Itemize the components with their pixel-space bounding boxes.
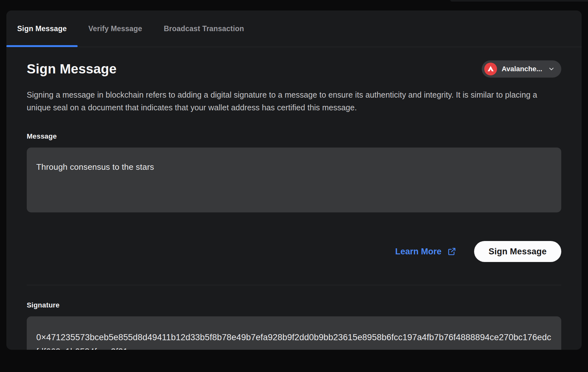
section-divider [27, 285, 561, 285]
tab-broadcast-transaction[interactable]: Broadcast Transaction [153, 10, 255, 47]
sign-message-card: Sign Message Verify Message Broadcast Tr… [6, 10, 582, 350]
signature-field-label: Signature [27, 301, 561, 309]
signature-output: 0×471235573bceb5e855d8d49411b12d33b5f8b7… [27, 316, 561, 350]
network-selector-label: Avalanche... [501, 65, 542, 73]
offscreen-bar-edge [450, 0, 588, 2]
external-link-icon [447, 247, 456, 256]
message-input[interactable]: Through consensus to the stars [27, 148, 561, 212]
page-title: Sign Message [27, 61, 117, 77]
tool-tabs: Sign Message Verify Message Broadcast Tr… [6, 10, 582, 47]
sign-message-button[interactable]: Sign Message [474, 241, 561, 262]
message-field-label: Message [27, 132, 561, 141]
chevron-down-icon [548, 65, 555, 72]
tab-verify-message[interactable]: Verify Message [78, 10, 153, 47]
learn-more-link[interactable]: Learn More [395, 247, 456, 257]
learn-more-label: Learn More [395, 247, 442, 257]
tab-sign-message[interactable]: Sign Message [6, 10, 78, 47]
tool-description: Signing a message in blockchain refers t… [27, 88, 561, 114]
avalanche-icon [484, 63, 497, 75]
main-content: Sign Message Avalanche... Signing a mess… [6, 60, 582, 350]
network-selector[interactable]: Avalanche... [482, 60, 561, 78]
